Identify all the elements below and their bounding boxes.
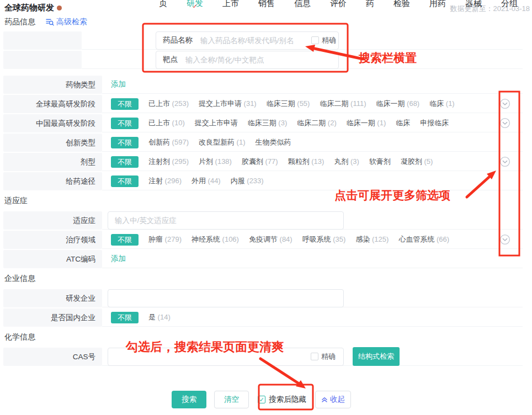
filter-option[interactable]: 是 (14) (148, 312, 171, 322)
tab-4[interactable]: 销售 (258, 0, 275, 9)
filter-option-count: (55) (295, 99, 310, 108)
exact-checkbox[interactable]: 精确 (311, 35, 338, 45)
tab-8[interactable]: 检验 (393, 0, 410, 9)
filter-option[interactable]: 提交上市申请 (31) (199, 99, 257, 109)
collapse-button[interactable]: 收起 (315, 391, 351, 408)
tab-9[interactable]: 用药 (429, 0, 446, 9)
filter-option[interactable]: 生物类似药 (255, 137, 291, 147)
filter-option-label: 注射 (148, 177, 163, 185)
filter-option-label: 临床 (396, 119, 410, 127)
atc-code-add-link[interactable]: 添加 (111, 254, 126, 264)
filter-option[interactable]: 免疫调节 (84) (249, 235, 292, 244)
checkbox-unchecked-icon[interactable] (311, 353, 318, 360)
expand-more-icon[interactable] (499, 98, 510, 109)
filter-option[interactable]: 临床二期 (2) (297, 118, 337, 128)
filter-option[interactable]: 提交上市申请 (195, 118, 238, 128)
filter-option[interactable]: 软膏剂 (369, 157, 391, 167)
filter-any-chip[interactable]: 不限 (111, 98, 139, 110)
row-label: 是否国内企业 (3, 308, 102, 327)
checkbox-unchecked-icon[interactable] (311, 36, 319, 44)
filter-option[interactable]: 临床 (1) (429, 99, 455, 109)
filter-option[interactable]: 心血管系统 (66) (398, 235, 449, 244)
filter-any-chip[interactable]: 不限 (111, 156, 139, 168)
filter-option[interactable]: 神经系统 (106) (191, 235, 239, 244)
search-button[interactable]: 搜索 (172, 391, 206, 408)
filter-option[interactable]: 呼吸系统 (35) (302, 235, 346, 244)
filter-option[interactable]: 临床二期 (111) (320, 99, 366, 109)
row-content: 不限创新药 (597)改良型新药 (1)生物类似药 (102, 134, 523, 152)
filter-option-count: (1) (235, 138, 246, 146)
target-input[interactable] (184, 55, 338, 65)
filter-option[interactable]: 改良型新药 (1) (199, 137, 246, 147)
rd-company-input[interactable] (114, 294, 338, 303)
advanced-search-link[interactable]: 高级检索 (45, 17, 87, 27)
structure-search-button[interactable]: 结构式检索 (353, 347, 400, 366)
tab-5[interactable]: 信息 (294, 0, 311, 9)
filter-option-count: (1) (375, 119, 386, 127)
row-content: 添加 (102, 76, 523, 94)
active-tab-mark-icon (193, 3, 197, 9)
drug-name-input[interactable] (199, 36, 311, 45)
indication-input[interactable] (114, 216, 338, 225)
row-label: 剂型 (3, 153, 102, 171)
tab-3[interactable]: 上市 (222, 0, 239, 9)
row-label-spacer (3, 31, 82, 50)
filter-option-label: 感染 (355, 235, 370, 243)
form-row-therapy-area: 治疗领域不限肿瘤 (279)神经系统 (106)免疫调节 (84)呼吸系统 (3… (3, 231, 523, 249)
filter-option[interactable]: 临床一期 (1) (347, 118, 386, 128)
filter-option[interactable]: 丸剂 (3) (334, 157, 359, 167)
expand-more-icon[interactable] (499, 156, 510, 167)
filter-option-label: 临床二期 (297, 119, 326, 127)
filter-option-count: (3) (348, 157, 359, 166)
filter-option[interactable]: 创新药 (597) (148, 137, 189, 147)
filter-option[interactable]: 胶囊剂 (77) (242, 157, 278, 167)
row-label: 全球最高研发阶段 (3, 95, 102, 113)
filter-option-count: (295) (170, 157, 189, 166)
row-content: 不限注射剂 (295)片剂 (138)胶囊剂 (77)颗粒剂 (13)丸剂 (3… (102, 153, 523, 171)
tab-7[interactable]: 药 (366, 0, 374, 9)
clear-button[interactable]: 清空 (214, 391, 249, 408)
filter-any-chip[interactable]: 不限 (111, 312, 139, 323)
filter-option[interactable]: 临床一期 (68) (376, 99, 419, 109)
filter-option-count: (253) (170, 99, 189, 108)
filter-option[interactable]: 片剂 (138) (199, 157, 232, 167)
filter-option[interactable]: 肿瘤 (279) (148, 235, 182, 244)
row-content: 精确结构式检索 (102, 348, 523, 366)
filter-option[interactable]: 凝胶剂 (5) (401, 157, 433, 167)
section-heading: 企业信息 (4, 273, 523, 284)
filter-option-count: (68) (405, 99, 419, 108)
filter-option[interactable]: 申报临床 (420, 118, 449, 128)
filter-any-chip[interactable]: 不限 (111, 118, 139, 129)
hide-after-search-toggle[interactable]: 搜索后隐藏 (257, 395, 307, 405)
tab-10[interactable]: 器械 (465, 0, 482, 9)
filter-option[interactable]: 已上市 (10) (148, 118, 185, 128)
tab-1[interactable]: 页 (159, 0, 167, 9)
filter-option[interactable]: 感染 (125) (355, 235, 389, 244)
checkbox-checked-icon[interactable] (258, 396, 265, 403)
drug-type-add-link[interactable]: 添加 (111, 79, 126, 89)
expand-more-icon[interactable] (499, 234, 510, 245)
filter-any-chip[interactable]: 不限 (111, 175, 139, 187)
filter-option[interactable]: 临床 (396, 118, 410, 128)
filter-option[interactable]: 已上市 (253) (148, 99, 189, 109)
form-row-target: 靶点 (3, 51, 523, 69)
filter-any-chip[interactable]: 不限 (111, 234, 139, 246)
filter-option[interactable]: 内服 (233) (231, 176, 264, 186)
filter-option[interactable]: 临床三期 (55) (267, 99, 310, 109)
tab-11[interactable]: 分组 (501, 0, 518, 9)
nav-tabs: 页研发上市销售信息评价药检验用药器械分组 (159, 0, 518, 9)
collapse-icon (321, 396, 328, 403)
page-title: 全球药物研发 (4, 3, 62, 13)
filter-option[interactable]: 颗粒剂 (13) (288, 157, 324, 167)
exact-checkbox[interactable]: 精确 (311, 352, 338, 361)
cas-number-input[interactable] (114, 352, 311, 361)
expand-more-icon[interactable] (499, 118, 510, 129)
filter-option-count: (125) (370, 235, 389, 243)
filter-option-label: 改良型新药 (199, 138, 235, 146)
filter-option[interactable]: 外用 (44) (191, 176, 221, 186)
filter-any-chip[interactable]: 不限 (111, 137, 139, 148)
filter-option[interactable]: 注射 (296) (148, 176, 182, 186)
tab-6[interactable]: 评价 (330, 0, 347, 9)
filter-option[interactable]: 临床三期 (3) (248, 118, 288, 128)
filter-option[interactable]: 注射剂 (295) (148, 157, 189, 167)
